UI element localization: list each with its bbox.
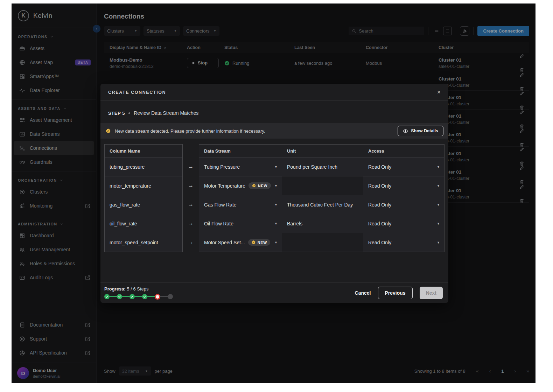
new-seal-icon (105, 128, 111, 134)
unit-cell (282, 176, 363, 195)
data-stream-select[interactable]: Tubing Pressure ▼ (199, 157, 282, 176)
step-todo-icon (168, 294, 173, 299)
modal-footer: Progress: 5 / 6 Steps (100, 282, 448, 303)
access-select[interactable]: Read Only ▼ (363, 176, 444, 195)
access-select[interactable]: Read Only ▼ (363, 157, 444, 176)
unit-cell (282, 233, 363, 252)
bullet-separator (128, 112, 130, 114)
unit-cell: Pound per Square Inch (282, 157, 363, 176)
app-window: K Kelvin OPERATIONS Assets Asset Map BET… (12, 4, 536, 383)
next-button[interactable]: Next (420, 287, 443, 299)
match-table: Column Name tubing_pressure motor_temper… (104, 144, 444, 252)
modal-actions: Cancel Previous Next (355, 287, 443, 299)
cancel-button[interactable]: Cancel (355, 290, 371, 296)
caret-down-icon: ▼ (274, 222, 278, 225)
access-select[interactable]: Read Only ▼ (363, 214, 444, 233)
step-indicator: STEP 5 Review Data Stream Matches (100, 101, 448, 123)
stream-unit-access-table: Data Stream Unit Access Tubing Pressure … (199, 144, 444, 252)
previous-button[interactable]: Previous (378, 287, 413, 299)
data-stream-select[interactable]: Oil Flow Rate ▼ (199, 214, 282, 233)
match-arrows-column: → → → → → (183, 144, 199, 252)
data-stream-select[interactable]: Motor Temperature NEW ▼ (199, 176, 282, 195)
column-name-cell: oil_flow_rate (105, 214, 182, 233)
eye-icon (403, 128, 408, 134)
column-name-table: Column Name tubing_pressure motor_temper… (104, 144, 183, 252)
arrow-right-icon: → (183, 214, 199, 233)
column-name-cell: motor_temperature (105, 176, 182, 195)
column-name-cell: motor_speed_setpoint (105, 233, 182, 252)
progress-label: Progress: (104, 286, 126, 292)
create-connection-modal: CREATE CONNECTION × STEP 5 Review Data S… (100, 84, 448, 303)
notification-bar: New data stream detected. Please provide… (100, 123, 448, 139)
caret-down-icon: ▼ (437, 241, 440, 244)
data-stream-select[interactable]: Gas Flow Rate ▼ (199, 195, 282, 214)
unit-header: Unit (282, 145, 363, 157)
arrow-right-icon: → (183, 233, 199, 252)
step-done-icon (104, 294, 110, 299)
data-stream-select[interactable]: Motor Speed Set... NEW ▼ (199, 233, 282, 252)
arrow-right-icon: → (183, 176, 199, 195)
step-current-icon (155, 294, 160, 300)
step-done-icon (142, 294, 147, 299)
show-details-button[interactable]: Show Details (398, 126, 443, 136)
unit-cell: Thousand Cubic Feet Per Day (282, 195, 363, 214)
step-done-icon (130, 294, 135, 299)
access-select[interactable]: Read Only ▼ (363, 233, 444, 252)
access-header: Access (363, 145, 444, 157)
step-done-icon (117, 294, 122, 299)
progress-stepper (104, 294, 173, 300)
data-stream-header: Data Stream (199, 145, 282, 157)
progress-indicator: Progress: 5 / 6 Steps (104, 286, 173, 300)
caret-down-icon: ▼ (437, 184, 440, 188)
caret-down-icon: ▼ (437, 222, 440, 225)
caret-down-icon: ▼ (274, 241, 278, 244)
column-name-cell: gas_flow_rate (105, 195, 182, 214)
step-title: Review Data Stream Matches (134, 110, 198, 116)
arrow-right-icon: → (183, 195, 199, 214)
arrow-right-icon: → (183, 157, 199, 176)
new-badge: NEW (248, 182, 271, 189)
progress-value: 5 / 6 Steps (127, 286, 148, 292)
caret-down-icon: ▼ (274, 184, 278, 188)
notification-message: New data stream detected. Please provide… (115, 128, 265, 134)
new-badge: NEW (248, 239, 271, 246)
step-label: STEP 5 (108, 111, 125, 116)
modal-header: CREATE CONNECTION × (100, 84, 448, 101)
caret-down-icon: ▼ (274, 165, 278, 169)
unit-cell: Barrels (282, 214, 363, 233)
caret-down-icon: ▼ (274, 203, 278, 206)
new-seal-icon (252, 183, 256, 188)
new-seal-icon (251, 240, 256, 245)
close-icon[interactable]: × (437, 89, 441, 95)
caret-down-icon: ▼ (437, 203, 440, 206)
caret-down-icon: ▼ (437, 165, 440, 169)
column-name-cell: tubing_pressure (105, 157, 182, 176)
modal-title: CREATE CONNECTION (108, 90, 166, 95)
column-name-header: Column Name (105, 145, 182, 157)
access-select[interactable]: Read Only ▼ (363, 195, 444, 214)
